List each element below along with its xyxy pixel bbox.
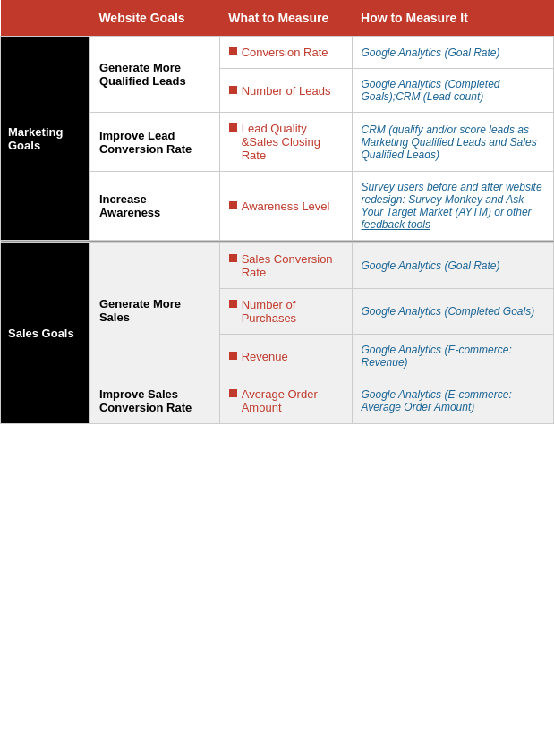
measure-cell: Awareness Level: [219, 172, 352, 241]
measure-square-icon: [229, 254, 237, 262]
section-label: Sales Goals: [1, 243, 90, 424]
header-what-col: What to Measure: [219, 0, 352, 37]
how-to-measure-cell: Google Analytics (E-commerce: Average Or…: [352, 378, 553, 424]
how-to-measure-cell: Google Analytics (Goal Rate): [352, 37, 553, 69]
measure-cell: Number of Purchases: [219, 289, 352, 335]
measure-text: Sales Conversion Rate: [242, 252, 343, 279]
measure-cell: Average Order Amount: [219, 378, 352, 424]
measure-square-icon: [229, 201, 237, 209]
measure-text: Conversion Rate: [242, 46, 328, 59]
measure-text: Lead Quality &Sales Closing Rate: [242, 122, 343, 162]
measure-square-icon: [229, 123, 237, 132]
table-row: Marketing GoalsGenerate More Qualified L…: [1, 37, 554, 69]
website-goal-label: Generate More Qualified Leads: [89, 37, 219, 113]
how-to-measure-cell: Google Analytics (Goal Rate): [352, 243, 553, 289]
how-to-measure-cell: Google Analytics (Completed Goals): [352, 289, 553, 335]
measure-text: Average Order Amount: [242, 387, 343, 414]
how-to-measure-text: Survey users before and after website re…: [362, 181, 542, 218]
header-how-col: How to Measure It: [352, 0, 553, 37]
measure-cell: Number of Leads: [219, 69, 352, 113]
feedback-tools-link[interactable]: feedback tools: [362, 218, 430, 231]
how-to-measure-cell: Google Analytics (E-commerce: Revenue): [352, 335, 553, 378]
measure-square-icon: [229, 47, 237, 55]
measure-cell: Lead Quality &Sales Closing Rate: [219, 113, 352, 172]
measure-square-icon: [229, 389, 237, 397]
measure-text: Number of Leads: [242, 84, 331, 98]
measure-square-icon: [229, 300, 237, 308]
how-to-measure-cell: Survey users before and after website re…: [352, 172, 553, 241]
how-to-measure-cell: Google Analytics (Completed Goals);CRM (…: [352, 69, 553, 113]
website-goal-label: Improve Sales Conversion Rate: [89, 378, 219, 424]
measure-cell: Conversion Rate: [219, 37, 352, 69]
measure-square-icon: [229, 86, 237, 94]
section-label: Marketing Goals: [1, 37, 90, 241]
measure-cell: Revenue: [219, 335, 352, 378]
website-goal-label: Increase Awareness: [89, 172, 219, 241]
website-goal-label: Improve Lead Conversion Rate: [89, 113, 219, 172]
header-goals-col: [1, 0, 90, 37]
measure-text: Revenue: [242, 350, 288, 363]
header-website-goals-col: Website Goals: [89, 0, 219, 37]
measure-text: Awareness Level: [242, 200, 330, 213]
measure-text: Number of Purchases: [242, 298, 343, 325]
how-to-measure-cell: CRM (qualify and/or score leads as Marke…: [352, 113, 553, 172]
measure-cell: Sales Conversion Rate: [219, 243, 352, 289]
measure-square-icon: [229, 352, 237, 360]
website-goal-label: Generate More Sales: [89, 243, 219, 378]
table-row: Sales GoalsGenerate More SalesSales Conv…: [1, 243, 554, 289]
